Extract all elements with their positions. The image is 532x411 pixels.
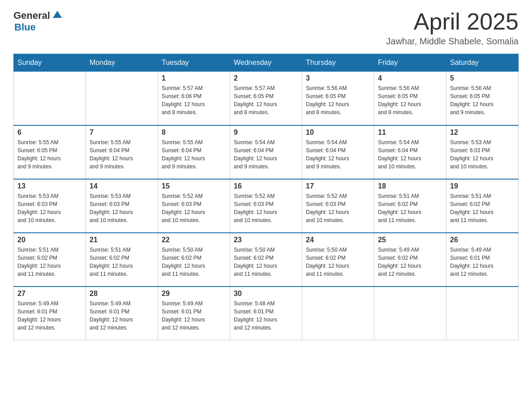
day-info: Sunrise: 5:55 AM Sunset: 6:04 PM Dayligh… xyxy=(162,138,226,171)
day-number: 4 xyxy=(378,74,442,82)
day-info: Sunrise: 5:51 AM Sunset: 6:02 PM Dayligh… xyxy=(450,192,515,224)
day-number: 2 xyxy=(234,74,298,82)
location-title: Jawhar, Middle Shabele, Somalia xyxy=(386,36,519,47)
day-info: Sunrise: 5:49 AM Sunset: 6:02 PM Dayligh… xyxy=(378,246,442,278)
day-info: Sunrise: 5:56 AM Sunset: 6:05 PM Dayligh… xyxy=(306,84,370,116)
day-info: Sunrise: 5:52 AM Sunset: 6:03 PM Dayligh… xyxy=(234,192,298,224)
day-info: Sunrise: 5:49 AM Sunset: 6:01 PM Dayligh… xyxy=(162,300,226,332)
weekday-header: Tuesday xyxy=(158,54,230,72)
calendar-cell: 12Sunrise: 5:53 AM Sunset: 6:03 PM Dayli… xyxy=(446,125,519,179)
calendar-cell: 18Sunrise: 5:51 AM Sunset: 6:02 PM Dayli… xyxy=(374,179,446,233)
day-number: 8 xyxy=(162,128,226,137)
day-number: 25 xyxy=(378,236,442,244)
calendar-week-row: 13Sunrise: 5:53 AM Sunset: 6:03 PM Dayli… xyxy=(14,179,519,233)
logo-general-text: General xyxy=(13,10,50,21)
day-info: Sunrise: 5:53 AM Sunset: 6:03 PM Dayligh… xyxy=(90,192,154,224)
day-info: Sunrise: 5:51 AM Sunset: 6:02 PM Dayligh… xyxy=(90,246,154,278)
day-number: 19 xyxy=(450,182,515,190)
day-number: 17 xyxy=(306,182,370,190)
calendar-cell: 19Sunrise: 5:51 AM Sunset: 6:02 PM Dayli… xyxy=(446,179,519,233)
day-number: 20 xyxy=(17,236,82,244)
calendar-cell: 29Sunrise: 5:49 AM Sunset: 6:01 PM Dayli… xyxy=(158,287,230,340)
day-info: Sunrise: 5:57 AM Sunset: 6:05 PM Dayligh… xyxy=(234,84,298,116)
day-number: 3 xyxy=(306,74,370,82)
calendar-cell xyxy=(446,287,519,340)
day-number: 26 xyxy=(450,236,515,244)
calendar-cell: 14Sunrise: 5:53 AM Sunset: 6:03 PM Dayli… xyxy=(86,179,158,233)
calendar-cell: 20Sunrise: 5:51 AM Sunset: 6:02 PM Dayli… xyxy=(14,233,86,287)
day-info: Sunrise: 5:53 AM Sunset: 6:03 PM Dayligh… xyxy=(17,192,82,224)
calendar-cell: 16Sunrise: 5:52 AM Sunset: 6:03 PM Dayli… xyxy=(230,179,302,233)
calendar-cell: 23Sunrise: 5:50 AM Sunset: 6:02 PM Dayli… xyxy=(230,233,302,287)
calendar-cell: 30Sunrise: 5:48 AM Sunset: 6:01 PM Dayli… xyxy=(230,287,302,340)
calendar-table: SundayMondayTuesdayWednesdayThursdayFrid… xyxy=(13,54,519,340)
day-info: Sunrise: 5:55 AM Sunset: 6:05 PM Dayligh… xyxy=(17,138,82,171)
weekday-header: Thursday xyxy=(302,54,374,72)
day-info: Sunrise: 5:51 AM Sunset: 6:02 PM Dayligh… xyxy=(378,192,442,224)
day-info: Sunrise: 5:48 AM Sunset: 6:01 PM Dayligh… xyxy=(234,300,298,332)
calendar-cell: 3Sunrise: 5:56 AM Sunset: 6:05 PM Daylig… xyxy=(302,72,374,125)
calendar-cell xyxy=(86,72,158,125)
day-number: 11 xyxy=(378,128,442,137)
day-info: Sunrise: 5:54 AM Sunset: 6:04 PM Dayligh… xyxy=(306,138,370,171)
weekday-header: Saturday xyxy=(446,54,519,72)
day-number: 15 xyxy=(162,182,226,190)
weekday-header: Monday xyxy=(86,54,158,72)
title-area: April 2025 Jawhar, Middle Shabele, Somal… xyxy=(386,9,519,47)
day-info: Sunrise: 5:52 AM Sunset: 6:03 PM Dayligh… xyxy=(306,192,370,224)
calendar-cell: 6Sunrise: 5:55 AM Sunset: 6:05 PM Daylig… xyxy=(14,125,86,179)
day-number: 12 xyxy=(450,128,515,137)
weekday-header-row: SundayMondayTuesdayWednesdayThursdayFrid… xyxy=(14,54,519,72)
day-info: Sunrise: 5:50 AM Sunset: 6:02 PM Dayligh… xyxy=(306,246,370,278)
day-number: 10 xyxy=(306,128,370,137)
calendar-cell: 15Sunrise: 5:52 AM Sunset: 6:03 PM Dayli… xyxy=(158,179,230,233)
day-info: Sunrise: 5:53 AM Sunset: 6:03 PM Dayligh… xyxy=(450,138,515,171)
logo-icon xyxy=(51,9,64,21)
calendar-cell: 28Sunrise: 5:49 AM Sunset: 6:01 PM Dayli… xyxy=(86,287,158,340)
calendar-cell: 10Sunrise: 5:54 AM Sunset: 6:04 PM Dayli… xyxy=(302,125,374,179)
day-info: Sunrise: 5:56 AM Sunset: 6:05 PM Dayligh… xyxy=(450,84,515,116)
day-number: 9 xyxy=(234,128,298,137)
day-number: 6 xyxy=(17,128,82,137)
calendar-cell: 26Sunrise: 5:49 AM Sunset: 6:01 PM Dayli… xyxy=(446,233,519,287)
day-number: 30 xyxy=(234,290,298,298)
weekday-header: Wednesday xyxy=(230,54,302,72)
day-number: 16 xyxy=(234,182,298,190)
day-number: 5 xyxy=(450,74,515,82)
calendar-week-row: 20Sunrise: 5:51 AM Sunset: 6:02 PM Dayli… xyxy=(14,233,519,287)
calendar-cell: 25Sunrise: 5:49 AM Sunset: 6:02 PM Dayli… xyxy=(374,233,446,287)
logo-blue-text: Blue xyxy=(13,22,86,32)
calendar-cell xyxy=(14,72,86,125)
day-info: Sunrise: 5:50 AM Sunset: 6:02 PM Dayligh… xyxy=(162,246,226,278)
calendar-cell xyxy=(302,287,374,340)
logo: General Blue xyxy=(13,9,86,32)
weekday-header: Sunday xyxy=(14,54,86,72)
calendar-week-row: 1Sunrise: 5:57 AM Sunset: 6:06 PM Daylig… xyxy=(14,72,519,125)
calendar-cell: 5Sunrise: 5:56 AM Sunset: 6:05 PM Daylig… xyxy=(446,72,519,125)
day-info: Sunrise: 5:54 AM Sunset: 6:04 PM Dayligh… xyxy=(234,138,298,171)
calendar-cell: 22Sunrise: 5:50 AM Sunset: 6:02 PM Dayli… xyxy=(158,233,230,287)
calendar-week-row: 6Sunrise: 5:55 AM Sunset: 6:05 PM Daylig… xyxy=(14,125,519,179)
day-info: Sunrise: 5:49 AM Sunset: 6:01 PM Dayligh… xyxy=(450,246,515,278)
day-number: 7 xyxy=(90,128,154,137)
day-number: 21 xyxy=(90,236,154,244)
calendar-week-row: 27Sunrise: 5:49 AM Sunset: 6:01 PM Dayli… xyxy=(14,287,519,340)
page-header: General Blue April 2025 Jawhar, Middle S… xyxy=(13,9,519,47)
day-info: Sunrise: 5:54 AM Sunset: 6:04 PM Dayligh… xyxy=(378,138,442,171)
day-number: 23 xyxy=(234,236,298,244)
calendar-cell: 7Sunrise: 5:55 AM Sunset: 6:04 PM Daylig… xyxy=(86,125,158,179)
weekday-header: Friday xyxy=(374,54,446,72)
day-info: Sunrise: 5:49 AM Sunset: 6:01 PM Dayligh… xyxy=(17,300,82,332)
day-number: 14 xyxy=(90,182,154,190)
day-number: 1 xyxy=(162,74,226,82)
calendar-cell: 21Sunrise: 5:51 AM Sunset: 6:02 PM Dayli… xyxy=(86,233,158,287)
calendar-cell: 4Sunrise: 5:56 AM Sunset: 6:05 PM Daylig… xyxy=(374,72,446,125)
day-number: 29 xyxy=(162,290,226,298)
day-info: Sunrise: 5:55 AM Sunset: 6:04 PM Dayligh… xyxy=(90,138,154,171)
calendar-cell: 9Sunrise: 5:54 AM Sunset: 6:04 PM Daylig… xyxy=(230,125,302,179)
day-number: 27 xyxy=(17,290,82,298)
calendar-cell: 27Sunrise: 5:49 AM Sunset: 6:01 PM Dayli… xyxy=(14,287,86,340)
day-number: 28 xyxy=(90,290,154,298)
day-number: 18 xyxy=(378,182,442,190)
day-info: Sunrise: 5:56 AM Sunset: 6:05 PM Dayligh… xyxy=(378,84,442,116)
